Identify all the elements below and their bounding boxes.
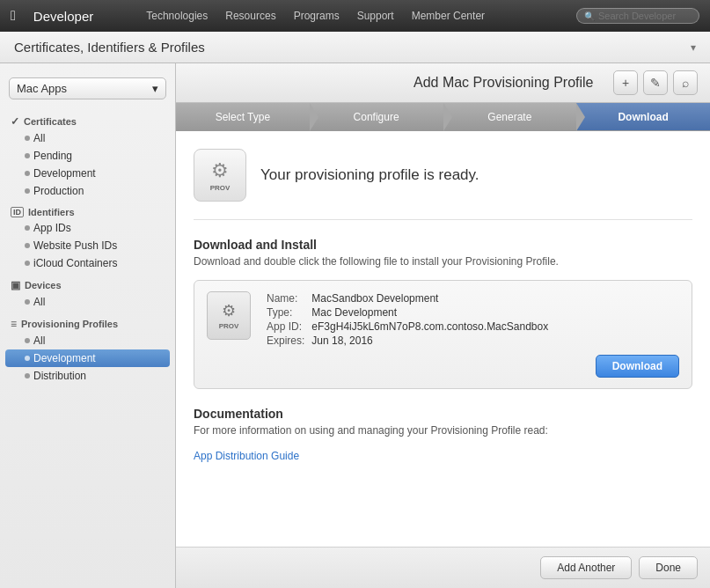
top-navigation:  Developer Technologies Resources Progr… [0, 0, 710, 32]
section-provisioning-label: Provisioning Profiles [21, 319, 118, 329]
profile-prov-label: PROV [219, 322, 239, 330]
add-button[interactable]: + [613, 70, 638, 95]
dot-icon [25, 225, 30, 231]
profile-expires-key: Expires: [263, 334, 308, 348]
dot-icon [25, 243, 30, 248]
nav-programs[interactable]: Programs [294, 10, 340, 22]
sidebar-item-icloud-containers[interactable]: iCloud Containers [0, 254, 175, 272]
sub-header-title: Certificates, Identifiers & Profiles [14, 40, 691, 55]
dot-icon [25, 373, 30, 379]
profile-expires-row: Expires: Jun 18, 2016 [263, 334, 552, 348]
profile-card-icon: ⚙ PROV [207, 291, 251, 340]
sidebar: Mac Apps ▾ ✓ Certificates All Pending De… [0, 63, 176, 588]
sidebar-item-cert-production[interactable]: Production [0, 182, 175, 200]
profile-appid-key: App ID: [263, 320, 308, 334]
sidebar-item-cert-pending[interactable]: Pending [0, 147, 175, 165]
certificates-icon: ✓ [11, 115, 19, 128]
dot-icon [25, 338, 30, 343]
search-icon: 🔍 [584, 11, 595, 21]
profile-appid-row: App ID: eF3gH4iJ5kL6mN7oP8.com.contoso.M… [263, 320, 552, 334]
download-install-desc: Download and double click the following … [194, 255, 692, 268]
content-title: Add Mac Provisioning Profile [401, 75, 607, 91]
section-devices-label: Devices [25, 280, 62, 290]
sub-header-arrow-icon: ▾ [691, 41, 696, 54]
add-another-button[interactable]: Add Another [540, 556, 632, 579]
profile-name-value: MacSandbox Development [308, 291, 552, 305]
dot-icon [25, 153, 30, 158]
section-identifiers: ID Identifiers [0, 200, 175, 219]
sidebar-item-website-push-ids[interactable]: Website Push IDs [0, 237, 175, 254]
nav-support[interactable]: Support [357, 10, 394, 22]
section-identifiers-label: Identifiers [28, 207, 75, 217]
ready-section: ⚙ PROV Your provisioning profile is read… [194, 149, 692, 220]
documentation-desc: For more information on using and managi… [194, 424, 692, 437]
profile-type-row: Type: Mac Development [263, 305, 552, 320]
steps-bar: Select Type Configure Generate Download [176, 103, 710, 131]
search-icon: ⌕ [682, 76, 689, 90]
section-certificates-label: Certificates [24, 116, 77, 127]
step-download: Download [576, 103, 710, 130]
done-button[interactable]: Done [639, 556, 698, 579]
profile-name-row: Name: MacSandbox Development [263, 291, 552, 305]
dropdown-label: Mac Apps [17, 82, 67, 95]
dot-icon [25, 136, 30, 141]
sidebar-item-prov-all[interactable]: All [0, 332, 175, 349]
download-button[interactable]: Download [596, 355, 679, 378]
gear-icon: ⚙ [211, 159, 229, 182]
content-header: Add Mac Provisioning Profile + ✎ ⌕ [176, 63, 710, 103]
prov-icon-label: PROV [210, 184, 231, 192]
documentation-title: Documentation [194, 407, 692, 421]
sub-header: Certificates, Identifiers & Profiles ▾ [0, 32, 710, 63]
devices-icon: ▣ [11, 279, 20, 291]
app-distribution-guide-link[interactable]: App Distribution Guide [194, 450, 299, 462]
mac-apps-dropdown[interactable]: Mac Apps ▾ [9, 77, 166, 99]
edit-icon: ✎ [650, 76, 661, 90]
edit-button[interactable]: ✎ [643, 70, 668, 95]
search-input[interactable] [598, 11, 695, 21]
profile-table: Name: MacSandbox Development Type: Mac D… [263, 291, 552, 348]
content-footer: Add Another Done [176, 547, 710, 588]
profile-type-key: Type: [263, 305, 308, 320]
brand-title: Developer [33, 9, 93, 24]
section-certificates: ✓ Certificates [0, 108, 175, 129]
apple-logo-icon:  [11, 8, 16, 24]
nav-member-center[interactable]: Member Center [412, 10, 485, 22]
dropdown-arrow-icon: ▾ [152, 82, 158, 95]
dot-icon [25, 171, 30, 176]
step-generate: Generate [443, 103, 577, 130]
dot-icon [25, 356, 30, 361]
profile-expires-value: Jun 18, 2016 [308, 334, 552, 348]
ready-message: Your provisioning profile is ready. [260, 166, 479, 184]
identifiers-icon: ID [11, 207, 24, 217]
profile-info: Name: MacSandbox Development Type: Mac D… [263, 291, 679, 378]
add-icon: + [622, 76, 629, 90]
sidebar-item-cert-development[interactable]: Development [0, 165, 175, 182]
nav-technologies[interactable]: Technologies [146, 10, 208, 22]
section-provisioning: ≡ Provisioning Profiles [0, 311, 175, 332]
dot-icon [25, 261, 30, 266]
search-button[interactable]: ⌕ [673, 70, 698, 95]
provisioning-icon: ≡ [11, 318, 17, 330]
step-configure: Configure [310, 103, 443, 130]
nav-links: Technologies Resources Programs Support … [146, 10, 485, 22]
dot-icon [25, 188, 30, 194]
download-install-title: Download and Install [194, 238, 692, 252]
dot-icon [25, 299, 30, 305]
sidebar-item-app-ids[interactable]: App IDs [0, 219, 175, 237]
documentation-section: Documentation For more information on us… [194, 407, 692, 462]
prov-ready-icon: ⚙ PROV [194, 149, 246, 202]
content-area: Add Mac Provisioning Profile + ✎ ⌕ Selec… [176, 63, 710, 588]
section-devices: ▣ Devices [0, 272, 175, 293]
download-install-section: Download and Install Download and double… [194, 238, 692, 462]
profile-appid-value: eF3gH4iJ5kL6mN7oP8.com.contoso.MacSandbo… [308, 320, 552, 334]
nav-resources[interactable]: Resources [225, 10, 275, 22]
profile-name-key: Name: [263, 291, 308, 305]
sidebar-item-prov-development[interactable]: Development [5, 349, 170, 367]
sidebar-item-prov-distribution[interactable]: Distribution [0, 367, 175, 385]
profile-gear-icon: ⚙ [222, 301, 236, 320]
content-scroll: ⚙ PROV Your provisioning profile is read… [176, 131, 710, 547]
sidebar-item-devices-all[interactable]: All [0, 293, 175, 311]
search-box[interactable]: 🔍 [576, 8, 699, 24]
sidebar-item-cert-all[interactable]: All [0, 129, 175, 147]
profile-type-value: Mac Development [308, 305, 552, 320]
